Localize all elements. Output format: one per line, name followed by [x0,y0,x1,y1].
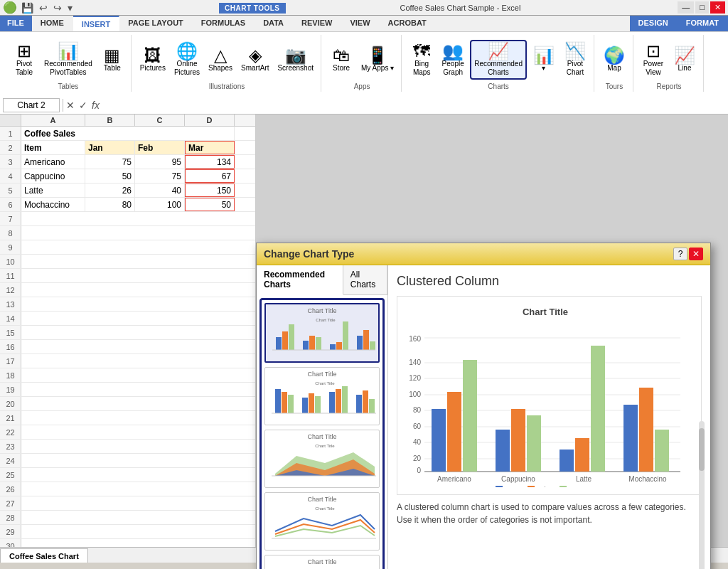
cell-d3[interactable]: 134 [185,155,235,169]
cell-c4[interactable]: 75 [135,169,185,183]
tab-review[interactable]: REVIEW [293,16,341,31]
cell-c2[interactable]: Feb [135,141,185,154]
redo-icon[interactable]: ↪ [52,1,63,14]
chart-thumb-clustered-column[interactable]: Chart Title Chart Title [264,303,380,363]
minimize-btn[interactable]: — [678,1,694,14]
cell-d6[interactable]: 50 [185,198,235,211]
svg-rect-3 [289,324,294,350]
svg-rect-68 [560,450,574,472]
tab-data[interactable]: DATA [255,16,293,31]
recommended-pivottables-btn[interactable]: 📊 RecommendedPivotTables [41,41,95,78]
store-btn[interactable]: 🛍 Store [327,46,355,74]
ribbon-group-reports: ⊡ PowerView 📈 Line Reports [635,35,704,92]
chart-thumb-column2[interactable]: Chart Title Chart Title [264,555,380,569]
power-view-btn[interactable]: ⊡ PowerView [639,41,668,78]
svg-text:120: 120 [409,374,421,382]
cell-d2[interactable]: Mar [185,141,235,154]
formula-bar: Chart 2 ✕ ✓ fx [0,96,728,115]
more-icon[interactable]: ▾ [66,1,74,14]
enter-formula-icon[interactable]: ✓ [79,100,87,111]
cell-d5[interactable]: 150 [185,184,235,197]
svg-rect-65 [496,430,510,472]
undo-icon[interactable]: ↩ [38,1,49,14]
pictures-btn[interactable]: 🖼 Pictures [137,46,168,74]
col-e: E [235,115,256,126]
table-row: 27 [0,496,255,511]
preview-chart-svg: Chart Title 160 140 120 100 80 60 40 20 … [403,302,687,487]
cell-b4[interactable]: 50 [85,169,135,183]
cell-e6[interactable] [235,198,256,211]
save-icon[interactable]: 💾 [20,1,35,14]
fx-icon[interactable]: fx [92,100,100,111]
tab-file[interactable]: FILE [0,16,32,31]
cell-a2[interactable]: Item [21,141,85,154]
smartart-btn[interactable]: ◈ SmartArt [238,46,272,74]
tab-all-charts[interactable]: All Charts [343,265,387,294]
table-row: 7 [0,212,255,226]
pivottable-btn[interactable]: ⊞ PivotTable [10,41,38,78]
cell-c5[interactable]: 40 [135,184,185,197]
tab-formulas[interactable]: FORMULAS [193,16,255,31]
cell-e2[interactable] [235,141,256,154]
sheet-tab-coffee[interactable]: Coffee Sales Chart [0,548,88,563]
dialog-close-btn[interactable]: ✕ [689,248,703,260]
chart-thumb-line[interactable]: Chart Title Chart Title [264,492,380,551]
cell-e5[interactable] [235,184,256,197]
recommended-charts-btn[interactable]: 📈 RecommendedCharts [470,40,527,80]
shapes-btn[interactable]: △ Shapes [205,46,235,74]
online-pictures-icon: 🌐 [176,43,198,60]
cell-a4[interactable]: Cappucino [21,169,85,183]
cell-a1[interactable]: Coffee Sales [21,127,235,140]
dialog-controls[interactable]: ? ✕ [673,248,703,260]
tab-insert[interactable]: INSERT [73,16,119,31]
chart-thumb-area[interactable]: Chart Title Chart Title [264,430,380,488]
apps-items: 🛍 Store 📱 My Apps ▾ [327,36,397,83]
tables-items: ⊞ PivotTable 📊 RecommendedPivotTables ▦ … [10,36,127,83]
line-btn[interactable]: 📈 Line [670,46,699,74]
cell-b6[interactable]: 80 [85,198,135,211]
formula-input[interactable] [102,100,725,110]
tab-home[interactable]: HOME [32,16,73,31]
tab-page-layout[interactable]: PAGE LAYOUT [119,16,193,31]
tab-acrobat[interactable]: ACROBAT [380,16,436,31]
line-icon: 📈 [674,47,695,64]
maximize-btn[interactable]: □ [695,1,709,14]
myapps-btn[interactable]: 📱 My Apps ▾ [358,46,397,74]
cell-c3[interactable]: 95 [135,155,185,169]
app-title: Coffee Sales Chart Sample - Excel [400,4,564,12]
dialog-help-btn[interactable]: ? [673,248,687,260]
map-btn[interactable]: 🌍 Map [600,46,628,74]
pivotchart-btn[interactable]: 📉 PivotChart [561,41,589,78]
tab-recommended-charts[interactable]: Recommended Charts [257,265,343,295]
cell-e3[interactable] [235,155,256,169]
people-graph-btn[interactable]: 👥 PeopleGraph [439,41,467,78]
table-row: 14 [0,312,255,326]
cell-a3[interactable]: Americano [21,155,85,169]
table-btn[interactable]: ▦ Table [98,46,127,74]
cell-c6[interactable]: 100 [135,198,185,211]
cancel-formula-icon[interactable]: ✕ [66,100,75,111]
cell-a5[interactable]: Latte [21,184,85,197]
online-pictures-btn[interactable]: 🌐 OnlinePictures [171,41,203,78]
cell-d4[interactable]: 67 [185,169,235,183]
window-controls[interactable]: — □ ✕ [678,1,725,14]
svg-rect-7 [330,344,336,350]
tab-view[interactable]: VIEW [341,16,379,31]
cell-b2[interactable]: Jan [85,141,135,154]
cell-b3[interactable]: 75 [85,155,135,169]
empty-rows: 7891011121314151617181920212223242526272… [0,212,255,547]
screenshot-btn[interactable]: 📷 Screenshot [274,46,316,74]
name-box[interactable]: Chart 2 [3,98,60,112]
chart-thumb-bar[interactable]: Chart Title Chart Title [264,367,380,425]
col-headers: A B C D E [0,115,255,127]
tab-design[interactable]: DESIGN [630,16,678,31]
cell-a6[interactable]: Mochaccino [21,198,85,211]
cell-e4[interactable] [235,169,256,183]
bar-chart-btn[interactable]: 📊 ▾ [530,46,558,74]
close-btn[interactable]: ✕ [710,1,725,14]
tab-format[interactable]: FORMAT [678,16,728,31]
change-chart-type-dialog: Change Chart Type ? ✕ Recommended Charts… [256,243,711,569]
table-row: 29 [0,525,255,539]
cell-b5[interactable]: 26 [85,184,135,197]
bing-maps-btn[interactable]: 🗺 BingMaps [407,41,436,78]
